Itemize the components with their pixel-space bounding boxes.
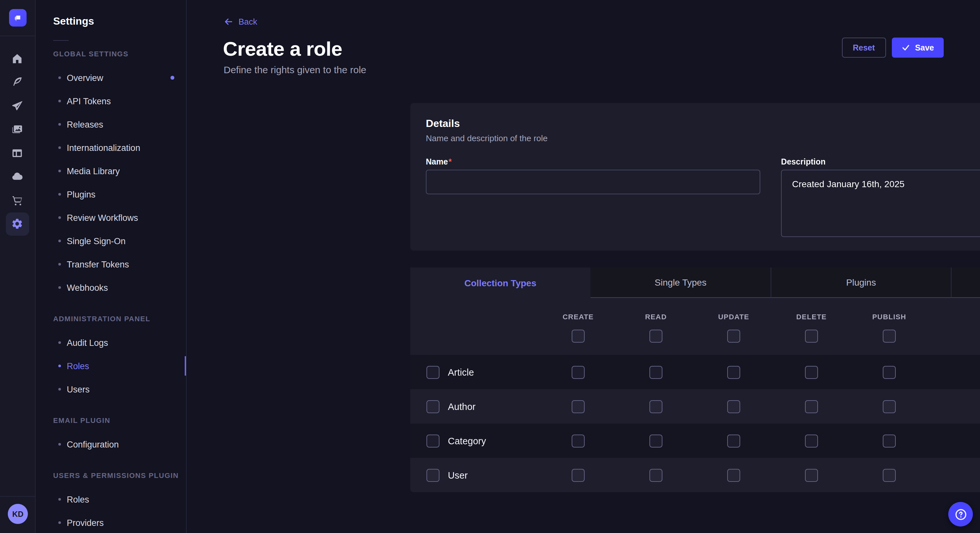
nav-item-label: Single Sign-On	[67, 236, 126, 246]
help-button[interactable]	[948, 502, 973, 527]
permissions-table-body: ArticleAuthorCategoryUser	[410, 355, 980, 492]
settings-nav-item-providers[interactable]: Providers	[36, 511, 186, 533]
back-link[interactable]: Back	[224, 17, 257, 27]
permissions-card: Collection TypesSingle TypesPluginsSetti…	[410, 268, 980, 492]
permission-checkbox-author-update[interactable]	[727, 400, 740, 413]
settings-title-rule	[53, 40, 69, 41]
settings-nav-item-plugins[interactable]: Plugins	[36, 182, 186, 206]
nav-item-label: Roles	[67, 361, 89, 371]
bullet-icon	[58, 521, 61, 524]
description-textarea[interactable]: Created January 16th, 2025	[781, 170, 980, 237]
save-button[interactable]: Save	[892, 38, 944, 58]
column-header-publish: PUBLISH	[872, 313, 907, 320]
column-header-read: READ	[645, 313, 667, 320]
main-content: Back Create a role Define the rights giv…	[187, 0, 980, 533]
permission-checkbox-article-publish[interactable]	[883, 366, 896, 379]
permission-checkbox-author-read[interactable]	[649, 400, 662, 413]
permission-checkbox-article-read[interactable]	[649, 366, 662, 379]
strapi-logo-icon	[13, 13, 22, 23]
tab-plugins[interactable]: Plugins	[771, 268, 951, 298]
nav-section-administration-panel: ADMINISTRATION PANEL	[53, 315, 186, 322]
rail-settings-gear-icon-button[interactable]	[5, 212, 29, 235]
permission-checkbox-user-publish[interactable]	[883, 468, 896, 482]
rail-home-icon-button[interactable]	[5, 47, 29, 70]
permissions-table-header: CREATEREADUPDATEDELETEPUBLISH	[410, 298, 980, 355]
description-field-group: Description Created January 16th, 2025	[781, 157, 980, 240]
tab-collection-types[interactable]: Collection Types	[410, 268, 590, 298]
rail-content-manager-icon-button[interactable]	[5, 141, 29, 165]
permission-checkbox-user-update[interactable]	[727, 468, 740, 482]
rail-feather-pen-icon-button[interactable]	[5, 70, 29, 94]
permission-checkbox-author-publish[interactable]	[883, 400, 896, 413]
permission-checkbox-category-publish[interactable]	[883, 434, 896, 447]
select-all-update-checkbox[interactable]	[727, 330, 740, 343]
select-row-user-checkbox[interactable]	[426, 468, 439, 482]
select-row-article-checkbox[interactable]	[426, 366, 439, 379]
settings-nav-item-api-tokens[interactable]: API Tokens	[36, 89, 186, 113]
settings-nav-item-users[interactable]: Users	[36, 378, 186, 401]
select-row-category-checkbox[interactable]	[426, 434, 439, 447]
nav-section-global-settings: GLOBAL SETTINGS	[53, 50, 186, 58]
reset-button[interactable]: Reset	[842, 38, 886, 58]
bullet-icon	[58, 498, 61, 501]
settings-nav-item-review-workflows[interactable]: Review Workflows	[36, 206, 186, 229]
bullet-icon	[58, 341, 61, 344]
rail-media-library-icon-button[interactable]	[5, 117, 29, 141]
select-all-read-checkbox[interactable]	[649, 330, 662, 343]
select-all-delete-checkbox[interactable]	[805, 330, 818, 343]
permission-checkbox-user-read[interactable]	[649, 468, 662, 482]
permission-checkbox-article-delete[interactable]	[805, 366, 818, 379]
media-library-icon	[11, 123, 23, 135]
name-field-group: Name*	[426, 157, 760, 240]
user-avatar[interactable]: KD	[8, 504, 28, 524]
select-row-author-checkbox[interactable]	[426, 400, 439, 413]
permission-checkbox-category-create[interactable]	[572, 434, 585, 447]
bullet-icon	[58, 286, 61, 289]
settings-nav-item-configuration[interactable]: Configuration	[36, 433, 186, 456]
permission-checkbox-author-delete[interactable]	[805, 400, 818, 413]
tab-settings[interactable]: Settings	[951, 268, 980, 298]
rail-paper-plane-icon-button[interactable]	[5, 94, 29, 117]
settings-nav-item-webhooks[interactable]: Webhooks	[36, 276, 186, 299]
nav-item-label: Roles	[67, 495, 89, 504]
select-all-publish-checkbox[interactable]	[883, 330, 896, 343]
permission-checkbox-article-create[interactable]	[572, 366, 585, 379]
permission-checkbox-category-read[interactable]	[649, 434, 662, 447]
check-icon	[902, 43, 910, 52]
name-input[interactable]	[426, 170, 760, 194]
settings-nav-item-roles[interactable]: Roles	[36, 354, 186, 378]
content-manager-icon	[11, 147, 23, 159]
nav-item-label: Internationalization	[67, 143, 140, 152]
bullet-icon	[58, 170, 61, 172]
content-type-label: Category	[439, 436, 539, 446]
nav-item-label: Users	[67, 384, 90, 394]
tab-single-types[interactable]: Single Types	[590, 268, 771, 298]
settings-nav-item-roles[interactable]: Roles	[36, 488, 186, 511]
permission-checkbox-article-update[interactable]	[727, 366, 740, 379]
permission-checkbox-user-delete[interactable]	[805, 468, 818, 482]
header-actions: Reset Save	[842, 38, 944, 58]
strapi-logo[interactable]	[9, 9, 26, 27]
permission-checkbox-author-create[interactable]	[572, 400, 585, 413]
settings-nav-item-overview[interactable]: Overview	[36, 66, 186, 89]
settings-nav-item-audit-logs[interactable]: Audit Logs	[36, 331, 186, 354]
nav-section-email-plugin: EMAIL PLUGIN	[53, 416, 186, 424]
select-all-create-checkbox[interactable]	[572, 330, 585, 343]
name-label: Name*	[426, 157, 760, 167]
permission-checkbox-user-create[interactable]	[572, 468, 585, 482]
permission-checkbox-category-delete[interactable]	[805, 434, 818, 447]
notification-dot	[170, 76, 174, 80]
settings-sidebar: Settings GLOBAL SETTINGSOverviewAPI Toke…	[36, 0, 187, 533]
settings-nav-item-transfer-tokens[interactable]: Transfer Tokens	[36, 252, 186, 276]
permission-row-user: User	[410, 458, 980, 492]
rail-cloud-icon-button[interactable]	[5, 165, 29, 188]
permission-checkbox-category-update[interactable]	[727, 434, 740, 447]
settings-nav-item-single-sign-on[interactable]: Single Sign-On	[36, 229, 186, 252]
settings-nav-item-internationalization[interactable]: Internationalization	[36, 136, 186, 159]
settings-nav-item-media-library[interactable]: Media Library	[36, 159, 186, 182]
back-arrow-icon	[224, 17, 233, 27]
nav-item-label: Plugins	[67, 189, 95, 199]
rail-marketplace-cart-icon-button[interactable]	[5, 189, 29, 212]
bullet-icon	[58, 123, 61, 125]
settings-nav-item-releases[interactable]: Releases	[36, 113, 186, 136]
